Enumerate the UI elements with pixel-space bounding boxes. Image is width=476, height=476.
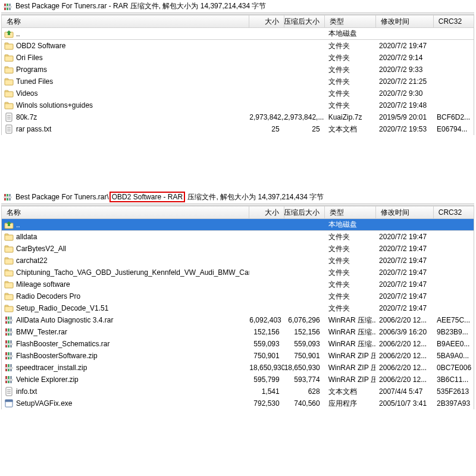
file-row[interactable]: FlashBoosterSoftware.zip750,901750,901Wi…	[2, 350, 474, 362]
file-row[interactable]: OBD2 Software文件夹2020/7/2 19:47	[2, 40, 474, 52]
file-name: ..	[16, 30, 20, 38]
file-list: ..本地磁盘alldata文件夹2020/7/2 19:47CarBytesV2…	[1, 219, 474, 409]
file-row[interactable]: Chiptuning_Tacho_VAG_OBD_Justierung_Kenn…	[2, 267, 474, 278]
up-folder-icon	[4, 29, 14, 39]
executable-icon	[4, 399, 14, 408]
file-crc: 3B6C11...	[433, 375, 474, 384]
col-type[interactable]: 类型	[325, 206, 376, 218]
path-highlight: OBD2 Software - RAR	[109, 192, 185, 202]
winrar-window-subfolder: Best Package For Tuners.rar\OBD2 Softwar…	[1, 190, 474, 409]
file-modified: 2020/7/2 19:48	[375, 101, 433, 109]
folder-icon	[4, 89, 14, 98]
file-name: speedtracer_install.zip	[16, 364, 87, 372]
file-modified: 2020/7/2 9:14	[375, 54, 433, 62]
file-type: 应用程序	[325, 399, 375, 409]
file-type: WinRAR ZIP 压缩...	[325, 375, 375, 385]
col-size[interactable]: 大小	[249, 15, 284, 27]
file-type: 文件夹	[325, 244, 375, 254]
file-row[interactable]: speedtracer_install.zip18,650,93018,650,…	[2, 362, 474, 374]
file-row[interactable]: rar pass.txt2525文本文档2020/7/2 19:53E06794…	[2, 123, 474, 135]
file-name: Mileage software	[16, 280, 70, 289]
file-modified: 2006/2/20 12...	[375, 375, 433, 384]
file-row[interactable]: info.txt1,541628文本文档2007/4/4 5:47535F261…	[2, 386, 474, 397]
col-crc[interactable]: CRC32	[434, 206, 474, 218]
file-type: 文件夹	[325, 280, 375, 290]
file-row[interactable]: alldata文件夹2020/7/2 19:47	[2, 231, 474, 243]
file-name: Winols solutions+guides	[16, 101, 93, 109]
folder-icon	[4, 77, 14, 86]
file-modified: 2006/3/9 16:20	[375, 328, 433, 336]
file-modified: 2020/7/2 19:47	[375, 233, 433, 241]
col-name[interactable]: 名称	[2, 206, 249, 218]
file-row[interactable]: ..本地磁盘	[2, 28, 474, 40]
file-row[interactable]: SetupVAGFix.exe792,530740,560应用程序2005/10…	[2, 397, 474, 409]
file-type: 文件夹	[325, 77, 375, 87]
file-type: WinRAR 压缩...	[325, 315, 375, 325]
file-row[interactable]: Setup_Radio_Decode_V1.51文件夹2020/7/2 19:4…	[2, 302, 474, 314]
file-row[interactable]: Vehicle Explorer.zip595,799593,774WinRAR…	[2, 374, 474, 386]
folder-icon	[4, 244, 14, 253]
file-packed: 6,076,296	[284, 316, 325, 324]
title-bar[interactable]: Best Package For Tuners.rar - RAR 压缩文件, …	[1, 0, 474, 12]
title-bar[interactable]: Best Package For Tuners.rar\OBD2 Softwar…	[1, 190, 474, 203]
file-modified: 2005/10/7 3:41	[375, 399, 433, 408]
file-name: ..	[16, 221, 20, 229]
file-modified: 2020/7/2 19:47	[375, 256, 433, 265]
file-row[interactable]: 80k.7z2,973,842,...2,973,842,...KuaiZip.…	[2, 111, 474, 123]
folder-icon	[4, 41, 14, 51]
col-size[interactable]: 大小	[249, 206, 284, 218]
file-type: KuaiZip.7z	[325, 113, 375, 121]
col-packed[interactable]: 压缩后大小	[284, 206, 325, 218]
file-row[interactable]: Videos文件夹2020/7/2 9:30	[2, 87, 474, 99]
file-modified: 2020/7/2 19:47	[375, 42, 433, 50]
file-type: 文件夹	[325, 292, 375, 302]
archive-icon	[4, 375, 14, 384]
window-title: Best Package For Tuners.rar\OBD2 Softwar…	[15, 192, 324, 202]
file-name: SetupVAGFix.exe	[16, 399, 73, 408]
col-modified[interactable]: 修改时间	[376, 206, 434, 218]
file-row[interactable]: BMW_Tester.rar152,156152,156WinRAR 压缩...…	[2, 326, 474, 338]
file-row[interactable]: Programs文件夹2020/7/2 9:33	[2, 64, 474, 76]
file-type: 文件夹	[325, 268, 375, 278]
file-row[interactable]: AllData Auto Diagnostic 3.4.rar6,092,403…	[2, 314, 474, 326]
file-size: 152,156	[249, 328, 284, 336]
file-type: 文本文档	[325, 387, 375, 397]
col-modified[interactable]: 修改时间	[376, 15, 434, 27]
file-packed: 750,901	[284, 352, 325, 360]
col-crc[interactable]: CRC32	[434, 15, 474, 27]
col-name[interactable]: 名称	[2, 15, 249, 27]
column-header: 名称 大小 压缩后大小 类型 修改时间 CRC32	[1, 15, 474, 28]
file-row[interactable]: ..本地磁盘	[2, 219, 474, 231]
file-list: ..本地磁盘OBD2 Software文件夹2020/7/2 19:47Ori …	[1, 28, 474, 135]
file-type: 本地磁盘	[325, 220, 375, 230]
file-name: AllData Auto Diagnostic 3.4.rar	[16, 316, 113, 324]
file-crc: 2B397A93	[433, 399, 474, 408]
column-header: 名称 大小 压缩后大小 类型 修改时间 CRC32	[1, 206, 474, 219]
file-row[interactable]: Radio Decoders Pro文件夹2020/7/2 19:47	[2, 290, 474, 302]
file-packed: 2,973,842,...	[284, 113, 325, 121]
file-name: carchat22	[16, 256, 48, 265]
file-row[interactable]: carchat22文件夹2020/7/2 19:47	[2, 255, 474, 267]
file-type: WinRAR ZIP 压缩...	[325, 351, 375, 361]
folder-icon	[4, 268, 14, 277]
file-packed: 593,774	[284, 375, 325, 384]
file-type: WinRAR 压缩...	[325, 327, 375, 337]
file-size: 750,901	[249, 352, 284, 360]
file-row[interactable]: Winols solutions+guides文件夹2020/7/2 19:48	[2, 99, 474, 111]
file-row[interactable]: FlashBooster_Schematics.rar559,093559,09…	[2, 338, 474, 350]
file-row[interactable]: Ori Files文件夹2020/7/2 9:14	[2, 52, 474, 64]
file-type: 文件夹	[325, 89, 375, 99]
file-row[interactable]: Mileage software文件夹2020/7/2 19:47	[2, 278, 474, 290]
file-packed: 18,650,930	[284, 364, 325, 372]
file-name: Radio Decoders Pro	[16, 292, 80, 300]
window-title: Best Package For Tuners.rar - RAR 压缩文件, …	[15, 1, 266, 11]
col-packed[interactable]: 压缩后大小	[284, 15, 325, 27]
col-type[interactable]: 类型	[325, 15, 376, 27]
file-modified: 2006/2/20 12...	[375, 364, 433, 372]
file-name: Chiptuning_Tacho_VAG_OBD_Justierung_Kenn…	[16, 268, 249, 277]
archive-icon	[4, 339, 14, 349]
file-row[interactable]: Tuned Files文件夹2020/7/2 21:25	[2, 76, 474, 87]
file-modified: 2006/2/20 12...	[375, 352, 433, 360]
file-size: 6,092,403	[249, 316, 284, 324]
file-row[interactable]: CarBytesV2_All文件夹2020/7/2 19:47	[2, 243, 474, 255]
